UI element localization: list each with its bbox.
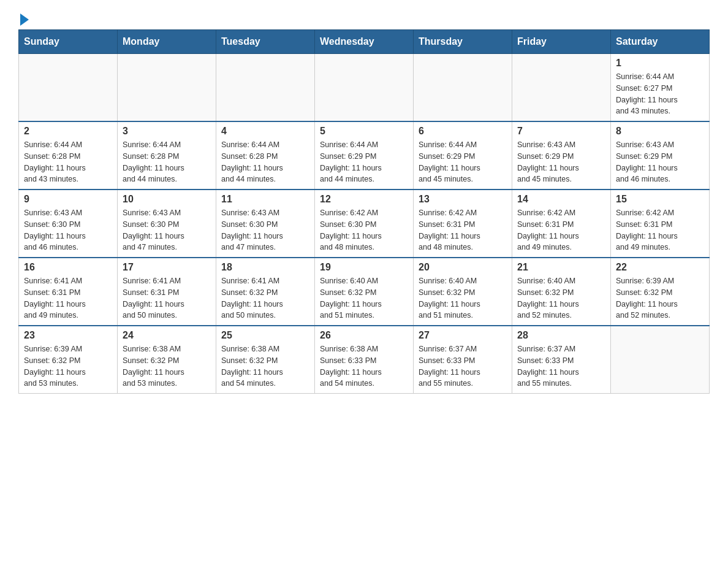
calendar-day-cell: 11Sunrise: 6:43 AM Sunset: 6:30 PM Dayli… [216,190,315,258]
day-info: Sunrise: 6:44 AM Sunset: 6:28 PM Dayligh… [24,139,112,185]
calendar-day-cell [315,54,414,122]
day-info: Sunrise: 6:38 AM Sunset: 6:32 PM Dayligh… [221,343,309,389]
day-number: 15 [616,194,704,205]
day-info: Sunrise: 6:43 AM Sunset: 6:30 PM Dayligh… [123,207,211,253]
day-info: Sunrise: 6:39 AM Sunset: 6:32 PM Dayligh… [24,343,112,389]
calendar-day-cell: 13Sunrise: 6:42 AM Sunset: 6:31 PM Dayli… [414,190,512,258]
day-number: 22 [616,262,704,273]
day-number: 16 [24,262,112,273]
calendar-day-cell: 16Sunrise: 6:41 AM Sunset: 6:31 PM Dayli… [19,258,118,326]
calendar-day-cell [216,54,315,122]
day-number: 2 [24,126,112,137]
day-info: Sunrise: 6:40 AM Sunset: 6:32 PM Dayligh… [419,275,507,321]
calendar-day-cell: 8Sunrise: 6:43 AM Sunset: 6:29 PM Daylig… [611,121,710,190]
day-number: 4 [221,126,309,137]
logo-arrow-icon [20,13,29,26]
calendar-week-row: 2Sunrise: 6:44 AM Sunset: 6:28 PM Daylig… [19,121,710,190]
day-number: 13 [419,194,507,205]
calendar-day-cell: 6Sunrise: 6:44 AM Sunset: 6:29 PM Daylig… [414,121,512,190]
calendar-day-cell: 22Sunrise: 6:39 AM Sunset: 6:32 PM Dayli… [611,258,710,326]
calendar-day-cell: 1Sunrise: 6:44 AM Sunset: 6:27 PM Daylig… [611,54,710,122]
calendar-day-header: Sunday [19,30,118,54]
day-number: 19 [320,262,408,273]
day-number: 18 [221,262,309,273]
day-info: Sunrise: 6:41 AM Sunset: 6:31 PM Dayligh… [24,275,112,321]
calendar-day-cell: 2Sunrise: 6:44 AM Sunset: 6:28 PM Daylig… [19,121,118,190]
day-number: 11 [221,194,309,205]
calendar-day-header: Monday [118,30,216,54]
day-number: 3 [123,126,211,137]
day-info: Sunrise: 6:41 AM Sunset: 6:32 PM Dayligh… [221,275,309,321]
calendar-day-cell: 4Sunrise: 6:44 AM Sunset: 6:28 PM Daylig… [216,121,315,190]
day-number: 28 [517,330,605,341]
calendar-day-cell: 14Sunrise: 6:42 AM Sunset: 6:31 PM Dayli… [512,190,611,258]
calendar-day-cell: 28Sunrise: 6:37 AM Sunset: 6:33 PM Dayli… [512,326,611,394]
calendar-day-cell [19,54,118,122]
calendar-day-cell: 9Sunrise: 6:43 AM Sunset: 6:30 PM Daylig… [19,190,118,258]
day-info: Sunrise: 6:41 AM Sunset: 6:31 PM Dayligh… [123,275,211,321]
day-number: 21 [517,262,605,273]
calendar-week-row: 23Sunrise: 6:39 AM Sunset: 6:32 PM Dayli… [19,326,710,394]
calendar-day-cell: 24Sunrise: 6:38 AM Sunset: 6:32 PM Dayli… [118,326,216,394]
calendar-day-header: Tuesday [216,30,315,54]
calendar-week-row: 1Sunrise: 6:44 AM Sunset: 6:27 PM Daylig… [19,54,710,122]
calendar-day-header: Thursday [414,30,512,54]
calendar-header-row: SundayMondayTuesdayWednesdayThursdayFrid… [19,30,710,54]
day-number: 17 [123,262,211,273]
day-number: 14 [517,194,605,205]
day-number: 26 [320,330,408,341]
day-number: 10 [123,194,211,205]
day-info: Sunrise: 6:42 AM Sunset: 6:30 PM Dayligh… [320,207,408,253]
calendar-day-cell: 19Sunrise: 6:40 AM Sunset: 6:32 PM Dayli… [315,258,414,326]
day-number: 5 [320,126,408,137]
calendar-day-cell: 12Sunrise: 6:42 AM Sunset: 6:30 PM Dayli… [315,190,414,258]
day-info: Sunrise: 6:40 AM Sunset: 6:32 PM Dayligh… [517,275,605,321]
day-number: 12 [320,194,408,205]
calendar-day-cell: 26Sunrise: 6:38 AM Sunset: 6:33 PM Dayli… [315,326,414,394]
calendar-day-header: Saturday [611,30,710,54]
calendar-day-cell: 21Sunrise: 6:40 AM Sunset: 6:32 PM Dayli… [512,258,611,326]
day-info: Sunrise: 6:43 AM Sunset: 6:29 PM Dayligh… [616,139,704,185]
calendar-day-header: Friday [512,30,611,54]
calendar-day-cell: 23Sunrise: 6:39 AM Sunset: 6:32 PM Dayli… [19,326,118,394]
calendar-day-cell [512,54,611,122]
calendar-week-row: 9Sunrise: 6:43 AM Sunset: 6:30 PM Daylig… [19,190,710,258]
day-number: 8 [616,126,704,137]
day-info: Sunrise: 6:44 AM Sunset: 6:27 PM Dayligh… [616,71,704,117]
day-info: Sunrise: 6:43 AM Sunset: 6:30 PM Dayligh… [24,207,112,253]
calendar-day-cell: 17Sunrise: 6:41 AM Sunset: 6:31 PM Dayli… [118,258,216,326]
day-info: Sunrise: 6:43 AM Sunset: 6:29 PM Dayligh… [517,139,605,185]
day-info: Sunrise: 6:44 AM Sunset: 6:28 PM Dayligh… [221,139,309,185]
calendar-week-row: 16Sunrise: 6:41 AM Sunset: 6:31 PM Dayli… [19,258,710,326]
logo [18,12,29,23]
calendar-table: SundayMondayTuesdayWednesdayThursdayFrid… [18,29,710,394]
calendar-day-cell: 5Sunrise: 6:44 AM Sunset: 6:29 PM Daylig… [315,121,414,190]
calendar-day-cell: 10Sunrise: 6:43 AM Sunset: 6:30 PM Dayli… [118,190,216,258]
calendar-day-cell: 25Sunrise: 6:38 AM Sunset: 6:32 PM Dayli… [216,326,315,394]
calendar-day-cell [414,54,512,122]
day-info: Sunrise: 6:42 AM Sunset: 6:31 PM Dayligh… [419,207,507,253]
calendar-day-cell: 20Sunrise: 6:40 AM Sunset: 6:32 PM Dayli… [414,258,512,326]
calendar-day-cell [611,326,710,394]
day-info: Sunrise: 6:37 AM Sunset: 6:33 PM Dayligh… [517,343,605,389]
calendar-day-cell: 27Sunrise: 6:37 AM Sunset: 6:33 PM Dayli… [414,326,512,394]
day-info: Sunrise: 6:42 AM Sunset: 6:31 PM Dayligh… [616,207,704,253]
page-header [18,12,710,23]
day-number: 27 [419,330,507,341]
day-number: 23 [24,330,112,341]
day-info: Sunrise: 6:44 AM Sunset: 6:29 PM Dayligh… [320,139,408,185]
day-info: Sunrise: 6:37 AM Sunset: 6:33 PM Dayligh… [419,343,507,389]
day-number: 24 [123,330,211,341]
day-number: 7 [517,126,605,137]
calendar-day-cell: 7Sunrise: 6:43 AM Sunset: 6:29 PM Daylig… [512,121,611,190]
day-info: Sunrise: 6:38 AM Sunset: 6:32 PM Dayligh… [123,343,211,389]
calendar-day-cell [118,54,216,122]
day-number: 20 [419,262,507,273]
day-number: 9 [24,194,112,205]
day-info: Sunrise: 6:43 AM Sunset: 6:30 PM Dayligh… [221,207,309,253]
day-info: Sunrise: 6:42 AM Sunset: 6:31 PM Dayligh… [517,207,605,253]
day-info: Sunrise: 6:39 AM Sunset: 6:32 PM Dayligh… [616,275,704,321]
day-info: Sunrise: 6:44 AM Sunset: 6:29 PM Dayligh… [419,139,507,185]
day-number: 25 [221,330,309,341]
day-number: 6 [419,126,507,137]
